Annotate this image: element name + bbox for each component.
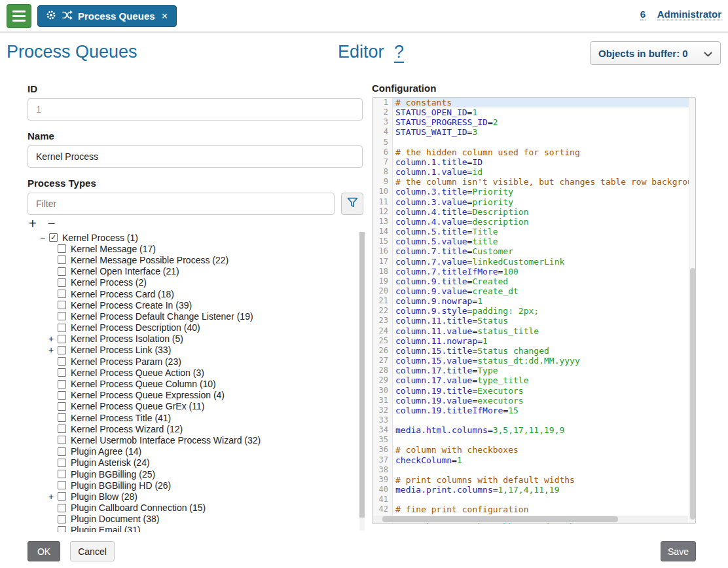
expand-all-button[interactable]: + bbox=[29, 216, 37, 231]
tree-item-label[interactable]: Kernel Open Interface (21) bbox=[71, 266, 179, 276]
checkbox-unchecked[interactable] bbox=[58, 380, 66, 388]
ok-button[interactable]: OK bbox=[27, 541, 60, 561]
code-line[interactable]: 26column.15.title=Status changed bbox=[373, 346, 695, 356]
code-line[interactable]: 5 bbox=[373, 138, 695, 147]
code-line[interactable]: 35 bbox=[373, 435, 695, 445]
tree-row[interactable]: Kernel Process Description (40) bbox=[27, 322, 365, 333]
tree-row[interactable]: Kernel Process Queue GrEx (11) bbox=[27, 401, 365, 412]
tree-row[interactable]: Kernel Process Param (23) bbox=[27, 356, 365, 367]
tree-item-label[interactable]: Kernel Process Isolation (5) bbox=[71, 333, 183, 344]
tree-item-label[interactable]: Kernel Process Create In (39) bbox=[71, 300, 192, 311]
tree-row[interactable]: Kernel Process Queue Expression (4) bbox=[27, 390, 365, 401]
checkbox-unchecked[interactable] bbox=[58, 301, 66, 309]
tree-row[interactable]: Kernel Process Wizard (12) bbox=[27, 423, 365, 434]
tree-row[interactable]: Plugin Callboard Connection (15) bbox=[27, 502, 365, 514]
checkbox-checked[interactable]: ✓ bbox=[49, 233, 58, 242]
code-line[interactable]: 41 bbox=[373, 495, 695, 504]
tree-item-label[interactable]: Kernel Process Queue GrEx (11) bbox=[71, 401, 204, 411]
tree-row[interactable]: Kernel Open Interface (21) bbox=[27, 266, 365, 277]
filter-input[interactable] bbox=[27, 193, 335, 215]
tree-item-label[interactable]: Kernel Usermob Interface Process Wizard … bbox=[71, 435, 261, 445]
code-line[interactable]: 36# column with checkboxes bbox=[373, 445, 695, 455]
tree-item-label[interactable]: Kernel Message Possible Process (22) bbox=[71, 255, 228, 265]
checkbox-unchecked[interactable] bbox=[58, 346, 66, 354]
tree-row[interactable]: Kernel Message Possible Process (22) bbox=[27, 254, 365, 265]
code-line[interactable]: 14column.5.title=Title bbox=[373, 227, 695, 237]
code-line[interactable]: 27column.15.value=status_dt:dd.MM.yyyy bbox=[373, 356, 695, 366]
checkbox-unchecked[interactable] bbox=[58, 357, 66, 366]
checkbox-unchecked[interactable] bbox=[58, 481, 66, 489]
tree-row[interactable]: Kernel Process Queue Column (10) bbox=[27, 378, 365, 389]
tree-row[interactable]: Plugin BGBilling (25) bbox=[27, 468, 365, 480]
code-line[interactable]: 38 bbox=[373, 465, 695, 475]
checkbox-unchecked[interactable] bbox=[58, 436, 66, 444]
tree-row[interactable]: Kernel Usermob Interface Process Wizard … bbox=[27, 434, 365, 445]
code-line[interactable]: 17column.7.value=linkedCustomerLink bbox=[373, 257, 695, 267]
code-line[interactable]: 30column.19.title=Executors bbox=[373, 386, 695, 396]
code-line[interactable]: 21column.9.nowrap=1 bbox=[373, 296, 695, 306]
code-line[interactable]: 2STATUS_OPEN_ID=1 bbox=[373, 107, 695, 117]
tree-item-label[interactable]: Kernel Process (2) bbox=[71, 277, 147, 288]
tree-item-label[interactable]: Kernel Process Description (40) bbox=[71, 322, 200, 333]
checkbox-unchecked[interactable] bbox=[58, 459, 66, 467]
code-line[interactable]: 40media.print.columns=1,17,4,11,19 bbox=[373, 485, 695, 495]
name-input[interactable] bbox=[27, 145, 363, 168]
checkbox-unchecked[interactable] bbox=[58, 244, 66, 253]
checkbox-unchecked[interactable] bbox=[58, 278, 66, 287]
tree-row[interactable]: Plugin Document (38) bbox=[27, 514, 365, 525]
editor-hscroll-thumb[interactable] bbox=[382, 516, 618, 522]
tree-item-label[interactable]: Kernel Process Param (23) bbox=[71, 356, 181, 367]
code-line[interactable]: 24column.11.value=status_title bbox=[373, 326, 695, 336]
code-line[interactable]: 13column.4.value=description bbox=[373, 217, 695, 227]
tree-item-label[interactable]: Kernel Process Queue Column (10) bbox=[71, 379, 216, 389]
code-line[interactable]: 6# the hidden column used for sorting bbox=[373, 147, 695, 157]
checkbox-unchecked[interactable] bbox=[58, 425, 66, 433]
tree-item-label[interactable]: Kernel Message (17) bbox=[71, 244, 156, 254]
checkbox-unchecked[interactable] bbox=[58, 368, 66, 377]
checkbox-unchecked[interactable] bbox=[58, 492, 66, 501]
checkbox-unchecked[interactable] bbox=[58, 402, 66, 411]
tree-row[interactable]: +Plugin Blow (28) bbox=[27, 491, 365, 502]
tree-row[interactable]: Plugin Asterisk (24) bbox=[27, 457, 365, 468]
tree-scrollbar-thumb[interactable] bbox=[359, 232, 365, 518]
tree-row[interactable]: Kernel Process Default Change Listener (… bbox=[27, 311, 365, 322]
code-line[interactable]: 7column.1.title=ID bbox=[373, 157, 695, 167]
code-line[interactable]: 39# print columns with default widths bbox=[373, 475, 695, 485]
code-line[interactable]: 10column.3.title=Priority bbox=[373, 187, 695, 197]
code-line[interactable]: 18column.7.titleIfMore=100 bbox=[373, 267, 695, 276]
tree-item-label[interactable]: Plugin Email (31) bbox=[71, 525, 141, 532]
tree-item-label[interactable]: Plugin BGBilling (25) bbox=[71, 469, 155, 480]
id-input[interactable] bbox=[27, 98, 363, 121]
tree-item-label[interactable]: Kernel Process Title (41) bbox=[71, 413, 171, 423]
tree-item-label[interactable]: Kernel Process Link (33) bbox=[71, 345, 171, 355]
tab-process-queues[interactable]: Process Queues × bbox=[37, 5, 177, 27]
code-line[interactable]: 31column.19.value=executors bbox=[373, 396, 695, 406]
filter-button[interactable] bbox=[341, 193, 363, 215]
collapse-icon[interactable]: − bbox=[38, 233, 47, 243]
checkbox-unchecked[interactable] bbox=[58, 447, 66, 456]
tree-item-label[interactable]: Kernel Process Card (18) bbox=[71, 289, 174, 299]
expand-icon[interactable]: + bbox=[46, 491, 56, 502]
code-line[interactable]: 20column.9.value=create_dt bbox=[373, 286, 695, 296]
tree-row[interactable]: Plugin Email (31) bbox=[27, 525, 365, 532]
cancel-button[interactable]: Cancel bbox=[70, 541, 115, 561]
expand-icon[interactable]: + bbox=[46, 345, 56, 355]
help-link[interactable]: ? bbox=[394, 42, 404, 63]
tree-row[interactable]: +Kernel Process Link (33) bbox=[27, 345, 365, 356]
code-line[interactable]: 9# the column isn't visible, but changes… bbox=[373, 177, 695, 187]
code-line[interactable]: 4STATUS_WAIT_ID=3 bbox=[373, 127, 695, 137]
tree-row[interactable]: Plugin Agree (14) bbox=[27, 446, 365, 457]
user-id-link[interactable]: 6 bbox=[640, 9, 646, 20]
tree-row[interactable]: −✓Kernel Process (1) bbox=[27, 232, 365, 243]
code-line[interactable]: 1# constants bbox=[373, 98, 695, 107]
checkbox-unchecked[interactable] bbox=[58, 413, 66, 422]
tree-item-label[interactable]: Kernel Process (1) bbox=[62, 233, 138, 243]
code-line[interactable]: 28column.17.title=Type bbox=[373, 366, 695, 375]
code-line[interactable]: 12column.4.title=Description bbox=[373, 207, 695, 217]
code-line[interactable]: 23column.11.title=Status bbox=[373, 316, 695, 326]
checkbox-unchecked[interactable] bbox=[58, 526, 66, 532]
tab-close-icon[interactable]: × bbox=[162, 10, 168, 22]
expand-icon[interactable]: + bbox=[46, 333, 56, 344]
tree-row[interactable]: Kernel Message (17) bbox=[27, 243, 365, 254]
code-line[interactable]: 32column.19.titleIfMore=15 bbox=[373, 406, 695, 415]
